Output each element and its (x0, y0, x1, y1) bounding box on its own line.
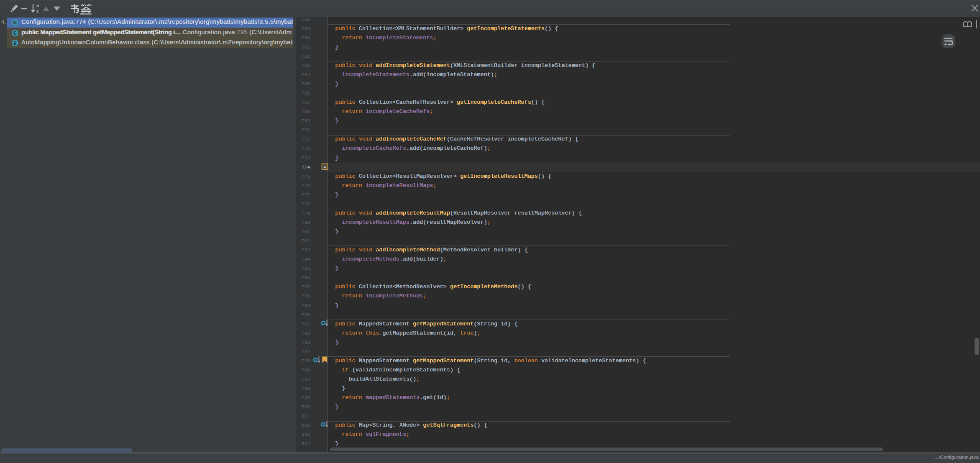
svg-text:a: a (36, 3, 39, 8)
svg-text:z: z (36, 8, 39, 13)
